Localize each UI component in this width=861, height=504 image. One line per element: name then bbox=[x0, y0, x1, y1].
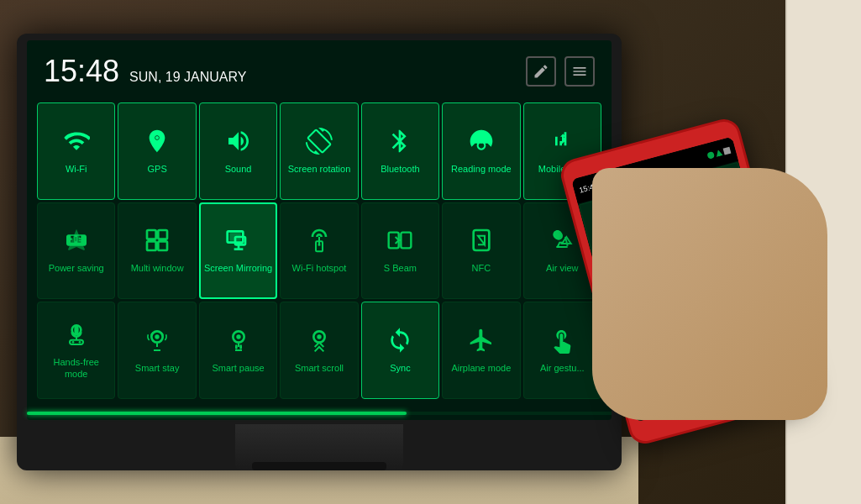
svg-rect-11 bbox=[402, 233, 412, 249]
s-beam-icon bbox=[386, 227, 413, 258]
multi-window-label: Multi window bbox=[131, 263, 184, 274]
tile-smart-stay[interactable]: Smart stay bbox=[118, 302, 196, 399]
power-saving-label: Power saving bbox=[49, 263, 104, 274]
gps-label: GPS bbox=[148, 164, 167, 175]
tile-screen-rotation[interactable]: Screen rotation bbox=[280, 102, 358, 200]
tile-sync[interactable]: Sync bbox=[361, 302, 439, 399]
multi-window-icon bbox=[144, 227, 171, 258]
screen-rotation-label: Screen rotation bbox=[288, 164, 351, 175]
screen-mirroring-label: Screen Mirroring bbox=[204, 263, 272, 274]
sync-icon bbox=[386, 327, 413, 358]
screen-mirroring-icon bbox=[225, 227, 252, 258]
tile-smart-scroll[interactable]: Smart scroll bbox=[280, 302, 358, 399]
handsfree-icon bbox=[63, 321, 90, 352]
menu-icon-button[interactable] bbox=[564, 56, 595, 87]
airplane-mode-icon bbox=[468, 327, 495, 358]
tile-handsfree[interactable]: Hands-free mode bbox=[37, 302, 115, 399]
wifi-hotspot-icon bbox=[306, 227, 333, 258]
tile-gps[interactable]: GPS bbox=[118, 102, 196, 200]
tile-wifi-hotspot[interactable]: Wi-Fi hotspot bbox=[280, 202, 358, 300]
tile-s-beam[interactable]: S Beam bbox=[361, 202, 439, 300]
svg-rect-4 bbox=[147, 242, 156, 251]
smart-scroll-icon bbox=[306, 327, 333, 358]
svg-point-1 bbox=[155, 136, 159, 139]
svg-rect-10 bbox=[389, 233, 399, 249]
reading-mode-icon bbox=[468, 128, 495, 159]
date-label: SUN, 19 JANUARY bbox=[129, 70, 246, 85]
s-beam-label: S Beam bbox=[384, 263, 417, 274]
tile-multi-window[interactable]: Multi window bbox=[118, 202, 196, 300]
gps-icon bbox=[144, 128, 171, 159]
screen-rotation-icon bbox=[306, 128, 333, 159]
progress-bar bbox=[27, 412, 407, 415]
tile-bluetooth[interactable]: Bluetooth bbox=[361, 102, 439, 200]
svg-point-17 bbox=[78, 341, 81, 344]
hand bbox=[592, 168, 827, 420]
power-saving-icon bbox=[63, 227, 90, 258]
time-date-area: 15:48 SUN, 19 JANUARY bbox=[44, 54, 246, 89]
hand-area: 15:48 ⊕ ◎ ♪ ↺ ✦ ▣ ⊞ ⊟ bbox=[508, 84, 827, 420]
sound-icon bbox=[225, 128, 252, 159]
smart-pause-label: Smart pause bbox=[212, 363, 264, 374]
svg-rect-15 bbox=[70, 340, 83, 344]
smart-stay-icon bbox=[144, 327, 171, 358]
wifi-label: Wi-Fi bbox=[66, 164, 87, 175]
svg-rect-5 bbox=[158, 242, 167, 251]
handsfree-label: Hands-free mode bbox=[41, 357, 111, 379]
smart-pause-icon bbox=[225, 327, 252, 358]
smart-scroll-label: Smart scroll bbox=[295, 363, 344, 374]
svg-point-25 bbox=[317, 334, 321, 339]
tv-stand bbox=[235, 424, 403, 470]
clock: 15:48 bbox=[44, 54, 119, 89]
tile-sound[interactable]: Sound bbox=[199, 102, 277, 200]
tile-screen-mirroring[interactable]: Screen Mirroring bbox=[199, 202, 277, 300]
sync-label: Sync bbox=[390, 363, 410, 374]
status-icons-area bbox=[526, 56, 595, 87]
bluetooth-icon bbox=[386, 128, 413, 159]
tile-wifi[interactable]: Wi-Fi bbox=[37, 102, 115, 200]
svg-rect-22 bbox=[235, 344, 238, 349]
reading-mode-label: Reading mode bbox=[451, 164, 512, 175]
bluetooth-label: Bluetooth bbox=[381, 164, 419, 175]
nfc-label: NFC bbox=[472, 263, 491, 274]
airplane-mode-label: Airplane mode bbox=[451, 363, 511, 374]
smart-stay-label: Smart stay bbox=[135, 363, 180, 374]
nfc-icon bbox=[468, 227, 495, 258]
svg-point-19 bbox=[155, 334, 159, 339]
svg-point-16 bbox=[71, 341, 74, 344]
wifi-icon bbox=[63, 128, 90, 159]
edit-icon-button[interactable] bbox=[526, 56, 556, 87]
svg-rect-3 bbox=[158, 230, 167, 239]
sound-label: Sound bbox=[225, 164, 252, 175]
wifi-hotspot-label: Wi-Fi hotspot bbox=[292, 263, 347, 274]
svg-point-21 bbox=[236, 334, 240, 339]
svg-rect-2 bbox=[147, 230, 156, 239]
tile-power-saving[interactable]: Power saving bbox=[37, 202, 115, 300]
svg-rect-23 bbox=[239, 344, 242, 349]
tile-smart-pause[interactable]: Smart pause bbox=[199, 302, 277, 399]
